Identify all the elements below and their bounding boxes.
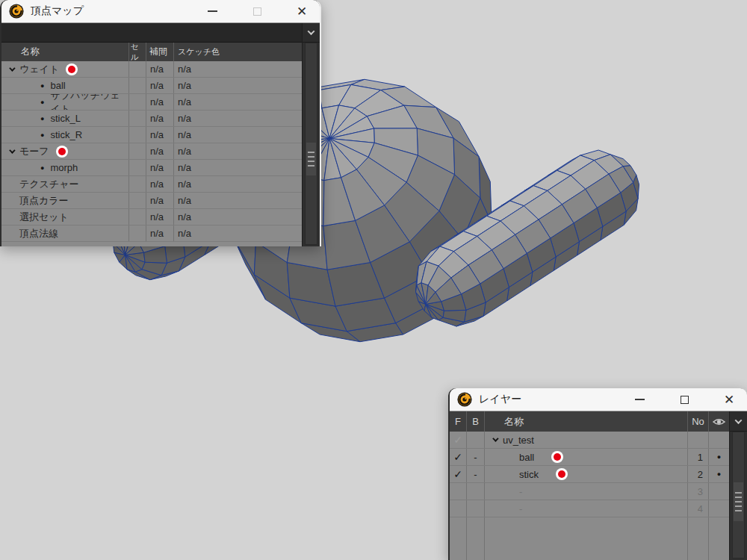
- vertex-map-toolbar[interactable]: [1, 23, 302, 43]
- vertex-map-sketch-value: n/a: [173, 160, 302, 175]
- scrollbar-handle[interactable]: [734, 482, 743, 521]
- grip-line: [735, 497, 742, 498]
- active-indicator-dot[interactable]: [554, 453, 561, 461]
- scrollbar-handle[interactable]: [306, 143, 316, 175]
- grip-line: [308, 156, 314, 158]
- visibility-toggle[interactable]: [708, 432, 729, 448]
- column-header-interp: 補間: [146, 43, 173, 61]
- vertex-map-scroll-rail: [302, 23, 320, 246]
- column-header-name: 名称: [1, 43, 128, 61]
- bullet-icon: ●: [40, 99, 44, 106]
- minimize-button[interactable]: [200, 0, 224, 22]
- freeze-checkbox[interactable]: ✓: [450, 432, 466, 448]
- maximize-button[interactable]: [245, 0, 269, 22]
- vertex-map-name-cell: ●morph: [1, 160, 128, 175]
- vertex-map-row[interactable]: 頂点カラーn/an/a: [1, 193, 302, 209]
- freeze-checkbox[interactable]: [450, 500, 466, 517]
- vertex-map-list: ウェイトn/an/a●balln/an/a●サブパッチウェイトn/an/a●st…: [1, 61, 302, 246]
- column-header-b: B: [466, 411, 484, 432]
- layer-name-label: stick: [519, 469, 539, 480]
- vertex-map-row[interactable]: ●stick_Ln/an/a: [1, 111, 302, 127]
- vertex-map-sketch-value: n/a: [173, 127, 302, 143]
- expand-collapse-icon[interactable]: [489, 438, 500, 442]
- bullet-icon: ●: [40, 115, 44, 122]
- layer-row[interactable]: ✓-ball1●: [450, 449, 729, 466]
- visibility-toggle[interactable]: [708, 483, 729, 500]
- vertex-map-cell-value: [128, 61, 146, 77]
- maximize-icon: [681, 396, 689, 404]
- vertex-map-name-cell: モーフ: [1, 143, 128, 159]
- layer-column-header: F B 名称 No: [450, 411, 729, 432]
- layer-name-label: -: [519, 486, 522, 497]
- layer-dropdown-button[interactable]: [730, 411, 747, 432]
- visibility-toggle[interactable]: ●: [708, 449, 729, 465]
- vertex-map-name-cell: 頂点カラー: [1, 193, 128, 208]
- expand-collapse-icon[interactable]: [6, 149, 16, 154]
- column-header-sketch: スケッチ色: [173, 43, 302, 61]
- active-indicator-dot[interactable]: [68, 66, 75, 73]
- b-toggle[interactable]: [466, 500, 484, 517]
- expand-collapse-icon[interactable]: [6, 67, 16, 72]
- vertex-map-titlebar[interactable]: 頂点マップ ✕: [1, 0, 320, 23]
- layer-row[interactable]: ✓-stick2●: [450, 466, 729, 483]
- metasequoia-app-icon: [457, 392, 472, 407]
- column-header-cell: セル: [128, 43, 146, 61]
- vertex-map-name-cell: ●ball: [1, 78, 128, 93]
- empty-cell: [484, 517, 687, 560]
- vertex-map-row[interactable]: ●balln/an/a: [1, 78, 302, 94]
- vertex-map-name-label: モーフ: [19, 145, 49, 158]
- close-button[interactable]: ✕: [717, 388, 741, 411]
- layer-scrollbar[interactable]: [732, 432, 745, 559]
- layer-row[interactable]: ✓uv_test: [450, 432, 729, 449]
- vertex-map-cell-value: [128, 143, 146, 159]
- vertex-map-name-label: stick_L: [50, 113, 80, 124]
- vertex-map-sketch-value: n/a: [173, 61, 302, 77]
- visible-dot-icon: ●: [717, 470, 721, 478]
- active-indicator-dot[interactable]: [58, 148, 66, 155]
- layer-name-cell: -: [484, 500, 687, 517]
- b-toggle[interactable]: [466, 432, 484, 448]
- vertex-map-interp-value: n/a: [146, 209, 173, 225]
- b-toggle[interactable]: [466, 483, 484, 500]
- active-indicator-dot[interactable]: [558, 470, 565, 478]
- layer-row[interactable]: -4: [450, 500, 729, 517]
- visibility-toggle[interactable]: [708, 500, 729, 517]
- b-toggle[interactable]: -: [466, 449, 484, 465]
- vertex-map-name-cell: ●stick_R: [1, 127, 128, 143]
- vertex-map-column-header: 名称 セル 補間 スケッチ色: [1, 43, 302, 61]
- freeze-checkbox[interactable]: ✓: [450, 466, 466, 482]
- vertex-map-row[interactable]: 選択セットn/an/a: [1, 209, 302, 225]
- b-toggle[interactable]: -: [466, 466, 484, 482]
- vertex-map-name-label: 頂点法線: [19, 227, 58, 240]
- layer-name-label: ball: [519, 452, 534, 463]
- vertex-map-row[interactable]: テクスチャーn/an/a: [1, 176, 302, 193]
- empty-cell: [466, 517, 484, 560]
- vertex-map-row[interactable]: ●サブパッチウェイトn/an/a: [1, 94, 302, 111]
- vertex-map-sketch-value: n/a: [173, 225, 302, 241]
- vertex-map-title: 頂点マップ: [31, 4, 84, 18]
- vertex-map-row[interactable]: ●stick_Rn/an/a: [1, 127, 302, 143]
- visibility-toggle[interactable]: ●: [708, 466, 729, 482]
- maximize-button[interactable]: [672, 388, 696, 411]
- vertex-map-name-label: morph: [50, 162, 78, 173]
- visibility-eye-icon: [708, 411, 729, 432]
- minimize-icon: [635, 399, 645, 400]
- freeze-checkbox[interactable]: [450, 483, 466, 500]
- layer-titlebar[interactable]: レイヤー ✕: [450, 388, 747, 411]
- vertex-map-interp-value: n/a: [146, 176, 173, 192]
- chevron-down-icon: [735, 417, 743, 424]
- vertex-map-panel: 頂点マップ ✕ 名称 セル 補間 スケッチ色 ウェイトn/an/a●balln/…: [0, 0, 321, 246]
- layer-list: ✓uv_test✓-ball1●✓-stick2●-3-4: [450, 432, 729, 560]
- vertex-map-sketch-value: n/a: [173, 209, 302, 225]
- vertex-map-row[interactable]: モーフn/an/a: [1, 143, 302, 160]
- vertex-map-dropdown-button[interactable]: [303, 23, 320, 43]
- vertex-map-cell-value: [128, 209, 146, 225]
- vertex-map-scrollbar[interactable]: [305, 43, 317, 245]
- minimize-button[interactable]: [627, 388, 651, 411]
- freeze-checkbox[interactable]: ✓: [450, 449, 466, 465]
- vertex-map-row[interactable]: 頂点法線n/an/a: [1, 225, 302, 242]
- close-button[interactable]: ✕: [290, 0, 314, 22]
- layer-row[interactable]: -3: [450, 483, 729, 500]
- vertex-map-row[interactable]: ウェイトn/an/a: [1, 61, 302, 78]
- vertex-map-row[interactable]: ●morphn/an/a: [1, 160, 302, 176]
